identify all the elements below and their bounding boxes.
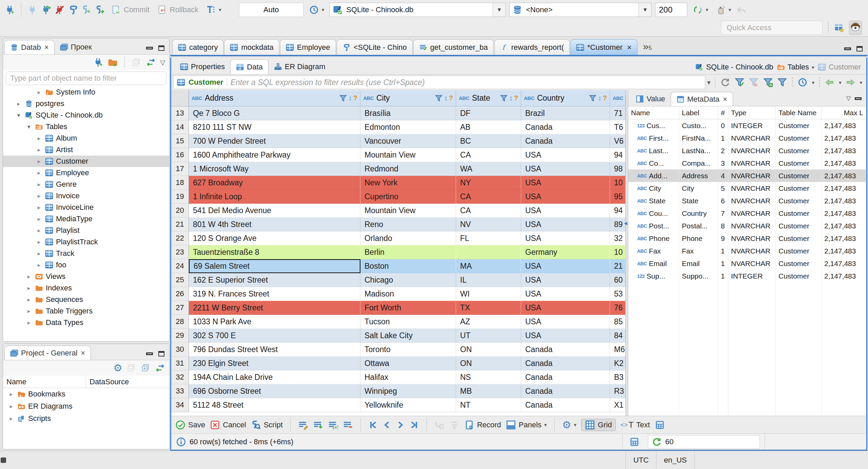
hidden-tabs-indicator[interactable]: »5 [643, 41, 652, 52]
tree-item-track[interactable]: ▸Track [3, 248, 169, 259]
meta-table-cell[interactable]: Customer [776, 207, 822, 220]
meta-ordinal-cell[interactable]: 5 [718, 182, 728, 195]
tree-item-sqlite-chinook-db[interactable]: ▾SQLite - Chinook.db [3, 109, 169, 121]
forward-green-icon[interactable] [845, 78, 855, 87]
meta-ordinal-cell[interactable]: 1 [718, 270, 728, 282]
first-row-icon[interactable] [368, 420, 378, 430]
cell[interactable]: USA [521, 148, 610, 162]
cell[interactable]: USA [521, 190, 610, 204]
tab-er-diagram[interactable]: ER Diagram [269, 59, 331, 74]
back-green-icon[interactable] [825, 78, 835, 87]
cell[interactable]: Berlin [360, 245, 456, 259]
meta-row-address[interactable]: ABCAdd...Address4NVARCHARCustomer2,147,4… [628, 169, 866, 182]
meta-type-cell[interactable]: NVARCHAR [728, 132, 776, 144]
sort-icon[interactable]: ↕ [509, 94, 513, 102]
filter-funnel-icon[interactable] [435, 95, 443, 102]
meta-table-cell[interactable]: Customer [776, 157, 822, 169]
cell[interactable]: 21 [610, 259, 626, 273]
meta-row-lastna[interactable]: ABCLast...LastNa...2NVARCHARCustomer2,14… [628, 144, 866, 157]
meta-ordinal-cell[interactable]: 4 [718, 169, 728, 182]
quick-access-input[interactable]: Quick Access [721, 21, 823, 35]
editor-tab-rewards-report[interactable]: frewards_report( [494, 39, 570, 55]
cell[interactable]: 162 E Superior Street [189, 273, 360, 287]
expand-all-icon[interactable] [141, 363, 151, 373]
meta-table-cell[interactable]: Customer [776, 169, 822, 182]
cell[interactable]: NS [456, 370, 521, 384]
table-row[interactable]: 21801 W 4th StreetRenoNVUSA89 [171, 218, 626, 231]
meta-type-cell[interactable]: NVARCHAR [728, 157, 776, 169]
table-row[interactable]: 161600 Amphitheatre ParkwayMountain View… [171, 148, 626, 162]
panels-button[interactable]: Panels ▾ [506, 420, 547, 430]
cell[interactable]: Winnipeg [360, 384, 456, 398]
tree-item-artist[interactable]: ▸Artist [3, 144, 169, 156]
cell[interactable]: 5112 48 Street [189, 398, 360, 412]
previous-row-icon[interactable] [382, 420, 392, 430]
next-row-icon[interactable] [395, 420, 406, 430]
expand-arrow-icon[interactable]: ▸ [36, 135, 42, 142]
expand-arrow-icon[interactable]: ▸ [36, 181, 42, 188]
cell[interactable]: AZ [456, 315, 521, 329]
gear-icon[interactable]: ⚙ [113, 363, 122, 373]
cell[interactable]: Reno [360, 218, 456, 231]
row-number[interactable]: 15 [171, 134, 189, 148]
expand-arrow-icon[interactable]: ▸ [25, 296, 32, 303]
settings-button[interactable]: ⚙ ▾ [562, 420, 576, 430]
row-number[interactable]: 18 [171, 176, 189, 190]
cell[interactable]: USA [521, 273, 610, 287]
commit-mode-button[interactable]: Auto [239, 3, 303, 17]
cell[interactable]: V6 [610, 134, 626, 148]
cell[interactable]: 94 [610, 204, 626, 218]
meta-ordinal-cell[interactable]: 3 [718, 157, 728, 169]
cell[interactable]: 89 [610, 218, 626, 231]
cell[interactable]: DF [456, 106, 521, 120]
cell[interactable]: CA [456, 204, 521, 218]
cell[interactable]: B3 [610, 370, 626, 384]
minimize-icon[interactable] [146, 352, 153, 355]
expand-arrow-icon[interactable]: ▸ [36, 250, 42, 257]
table-row[interactable]: 20541 Del Medio AvenueMountain ViewCAUSA… [171, 204, 626, 218]
column-header-country[interactable]: ABCCountry↕? [521, 90, 610, 106]
tab-data[interactable]: <> Data [230, 59, 268, 74]
fetch-size-input[interactable]: 200 [655, 3, 687, 17]
editor-tab-mockdata[interactable]: mockdata [224, 39, 279, 55]
auto-sync-button[interactable]: ▾ [691, 4, 710, 16]
cell[interactable]: 1 Infinite Loop [189, 190, 360, 204]
expand-arrow-icon[interactable]: ▸ [36, 89, 42, 96]
meta-ordinal-cell[interactable]: 9 [718, 232, 728, 245]
cell[interactable]: 94 [610, 148, 626, 162]
table-row[interactable]: 191 Infinite LoopCupertinoCAUSA95 [171, 190, 626, 204]
new-folder-icon[interactable]: + [107, 58, 118, 67]
cell[interactable]: 120 S Orange Ave [189, 231, 360, 245]
meta-table-cell[interactable]: Customer [776, 220, 822, 232]
breadcrumb-tables[interactable]: Tables ▾ [777, 63, 814, 72]
cell[interactable]: 8210 111 ST NW [189, 120, 360, 134]
cell[interactable]: MA [456, 259, 521, 273]
cell[interactable]: 319 N. Frances Street [189, 287, 360, 301]
meta-type-cell[interactable]: NVARCHAR [728, 232, 776, 245]
cell[interactable]: CA [456, 148, 521, 162]
meta-row-state[interactable]: ABCStateState6NVARCHARCustomer2,147,483 [628, 195, 866, 207]
cell[interactable]: 194A Chain Lake Drive [189, 370, 360, 384]
connect-icon[interactable] [27, 5, 38, 15]
commit-button[interactable]: Commit [109, 4, 152, 16]
tree-item-album[interactable]: ▸Album [3, 132, 169, 144]
meta-column-header-label[interactable]: Label [679, 106, 718, 119]
cell[interactable]: M6 [610, 343, 626, 356]
cell[interactable]: Boston [360, 259, 456, 273]
tree-item-data-types[interactable]: ▸Data Types [3, 317, 169, 328]
column-header-address[interactable]: ABCAddress↕? [189, 90, 360, 106]
column-header-city[interactable]: ABCCity↕? [360, 90, 456, 106]
meta-column-header-name[interactable]: Name [628, 106, 679, 119]
cell[interactable]: Yellowknife [360, 398, 456, 412]
cell[interactable]: Tauentzienstraße 8 [189, 245, 360, 259]
row-number[interactable]: 27 [171, 301, 189, 315]
cell[interactable]: CA [456, 190, 521, 204]
cell[interactable]: Madison [360, 287, 456, 301]
tree-item-foo[interactable]: ▸foo [3, 259, 169, 271]
expand-arrow-icon[interactable]: ▸ [8, 391, 15, 398]
expand-arrow-icon[interactable]: ▸ [25, 273, 32, 280]
cell[interactable]: Qe 7 Bloco G [189, 106, 360, 120]
cell[interactable]: NY [456, 176, 521, 190]
cell[interactable]: 541 Del Medio Avenue [189, 204, 360, 218]
cell[interactable]: 76 [610, 301, 626, 315]
